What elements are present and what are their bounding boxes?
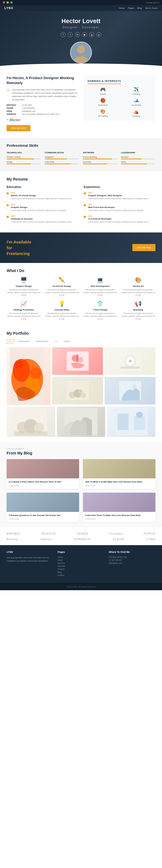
filter-branding2[interactable]: BRANDING2 xyxy=(34,339,50,343)
filter-branding[interactable]: BRANDING xyxy=(17,339,32,343)
strategy-icon: 📈 xyxy=(7,300,41,307)
skill-integration-fill xyxy=(45,159,67,159)
portfolio-item-8[interactable] xyxy=(107,407,155,437)
footer-link-resume[interactable]: Resume xyxy=(58,562,104,564)
footer-logo: LYNX xyxy=(7,551,53,553)
footer-link-contact[interactable]: Contact xyxy=(58,574,104,576)
footer-link-about[interactable]: About xyxy=(58,559,104,561)
nav-contact[interactable]: Get In Touch xyxy=(145,7,158,9)
brands-grid-2: Bexley nablus TRANSCO FLEUR LYNX xyxy=(7,537,155,541)
skill-exec-name: Execution xyxy=(83,161,117,163)
blog-card-3[interactable]: 5 Resume Questions To Get Yourself The D… xyxy=(7,493,79,522)
blog-post-title-3: 5 Resume Questions To Get Yourself The D… xyxy=(9,514,77,517)
social-gplus[interactable]: g xyxy=(89,32,94,37)
blog-card-4[interactable]: 5 well tried Tricks To Make Sure Your Re… xyxy=(83,493,155,522)
skill-product: Product Building xyxy=(83,156,117,159)
portfolio-item-3[interactable] xyxy=(105,347,155,375)
sketch-name: Sketch Art xyxy=(121,285,155,287)
footer-link-portfolio[interactable]: Portfolio xyxy=(58,568,104,570)
portfolio-item-6[interactable] xyxy=(7,407,55,437)
footer-link-services[interactable]: Services xyxy=(58,565,104,567)
svg-point-1 xyxy=(77,45,85,54)
social-youtube[interactable]: ▶ xyxy=(82,32,87,37)
hobbies-section: HOBBIES & INTERESTS 🎮 Games ✈️ Traveling… xyxy=(84,75,155,121)
footer-col-contact: Where To Find Me 123 Main Street, City +… xyxy=(109,551,155,577)
topbar-dot-green xyxy=(10,1,13,4)
exp-item-3: 2011 Jr Frontend Developer Lorem ipsum d… xyxy=(84,215,155,224)
ux-desc: Elit amennis at magnis dis parturient mo… xyxy=(45,288,79,297)
hero-social: f t in ▶ g p xyxy=(5,32,157,37)
nav-blog[interactable]: Blog xyxy=(137,7,142,9)
service-concept: 💡 Concept Ideas Elit amennis at magnis d… xyxy=(45,300,79,320)
camping-icon: ⛺ xyxy=(133,109,139,114)
portfolio-item-2[interactable] xyxy=(52,347,103,375)
phone-value: +19070000000 xyxy=(22,107,35,109)
exp-role-1: Graphic Designer, Web Designer xyxy=(88,194,149,197)
blog-card-1[interactable]: Is LinkedIn A Place Where Your Resume Go… xyxy=(7,459,79,489)
footer-copyright: © 2021 LYNX. All Rights Reserved. xyxy=(66,586,96,588)
svg-point-23 xyxy=(132,384,136,389)
portfolio-item-7[interactable] xyxy=(57,407,105,437)
edu-line-1 xyxy=(8,195,8,200)
ux-name: UI And UX Design xyxy=(45,285,79,287)
birthday-label: BIRTHDAY xyxy=(7,104,20,106)
edu-desc-1: Lorem ipsum dolor sit amet consectetur a… xyxy=(11,197,72,200)
birthday-value: 21-06-1990 xyxy=(22,104,32,106)
nav-pages[interactable]: Pages xyxy=(128,7,134,9)
edu-desc-3: Lorem ipsum dolor sit amet consectetur a… xyxy=(11,221,72,224)
brand-deacto: DEACTO xyxy=(41,532,56,535)
social-pinterest[interactable]: p xyxy=(96,32,101,37)
topbar: Tuesday, April 12 xyxy=(0,0,162,5)
blog-body-4: 5 well tried Tricks To Make Sure Your Re… xyxy=(83,512,155,522)
skill-product-fill xyxy=(83,159,112,159)
social-linkedin[interactable]: in xyxy=(75,32,80,37)
blog-img-placeholder-1 xyxy=(7,459,79,478)
hobby-painting: 🎨 3D Painting xyxy=(88,109,118,117)
tshirt-desc: Elit amennis at magnis dis parturient mo… xyxy=(83,312,117,320)
hire-button[interactable]: HIRE ME NOW xyxy=(7,125,30,131)
portfolio-item-4[interactable] xyxy=(52,377,103,404)
painting-label: 3D Painting xyxy=(98,115,108,117)
travel-label: Traveling xyxy=(132,93,140,95)
concept-icon: 💡 xyxy=(45,300,79,307)
svg-rect-31 xyxy=(118,413,129,430)
skill-comm-title: Communication xyxy=(45,151,79,154)
nav-home[interactable]: Home xyxy=(119,7,125,9)
resume-title: My Resume xyxy=(7,177,155,181)
web-name: Web Development xyxy=(83,285,117,287)
skill-product-name: Product Building xyxy=(83,156,117,158)
exp-desc-2: Lorem ipsum dolor sit amet consectetur a… xyxy=(88,209,144,212)
sketch-desc: Elit amennis at magnis dis parturient mo… xyxy=(121,288,155,297)
nav-logo[interactable]: LYNX xyxy=(4,6,13,10)
strategy-name: Strategy Promotion xyxy=(7,309,41,311)
freelance-hire-button[interactable]: Hire Me Now xyxy=(132,244,155,251)
skill-art-title: Artwork xyxy=(83,151,117,154)
concept-name: Concept Ideas xyxy=(45,309,79,311)
svg-point-33 xyxy=(136,412,143,418)
resume-grid: Education 2013 Master Of Visual Design L… xyxy=(7,185,155,227)
blog-card-2[interactable]: How To Write A 10,500 Make Sure Your Res… xyxy=(83,459,155,489)
social-facebook[interactable]: f xyxy=(61,32,66,37)
blog-img-placeholder-4 xyxy=(83,493,155,512)
skill-col-comm: Communication Integration Team Work xyxy=(45,151,79,166)
exp-desc-3: Lorem ipsum dolor sit amet consectetur a… xyxy=(88,221,149,224)
filter-video[interactable]: VIDEO xyxy=(62,339,72,343)
blog-meta-1: JUNE MORE xyxy=(9,485,77,487)
resume-education: Education 2013 Master Of Visual Design L… xyxy=(7,185,78,227)
blog-meta-3: JUNE MORE xyxy=(9,518,77,520)
skill-team-bar xyxy=(45,163,79,164)
filter-all[interactable]: ALL xyxy=(7,339,14,343)
filter-ui[interactable]: UI xyxy=(53,339,59,343)
svg-rect-16 xyxy=(121,367,140,369)
social-twitter[interactable]: t xyxy=(68,32,73,37)
footer-link-home[interactable]: Home xyxy=(58,556,104,558)
portfolio-item-1[interactable] xyxy=(7,347,51,405)
skill-team-name: Team Work xyxy=(45,161,79,163)
portfolio-item-5[interactable] xyxy=(105,377,155,404)
edu-content-3: 2007 Graduate In Account Lorem ipsum dol… xyxy=(11,215,72,224)
svg-point-21 xyxy=(78,389,83,394)
skill-design-bar xyxy=(7,163,41,164)
footer-link-blog[interactable]: Blog xyxy=(58,571,104,573)
exp-content-3: 2011 Jr Frontend Developer Lorem ipsum d… xyxy=(88,215,149,224)
strategy-desc: Elit amennis at magnis dis parturient mo… xyxy=(7,312,41,320)
